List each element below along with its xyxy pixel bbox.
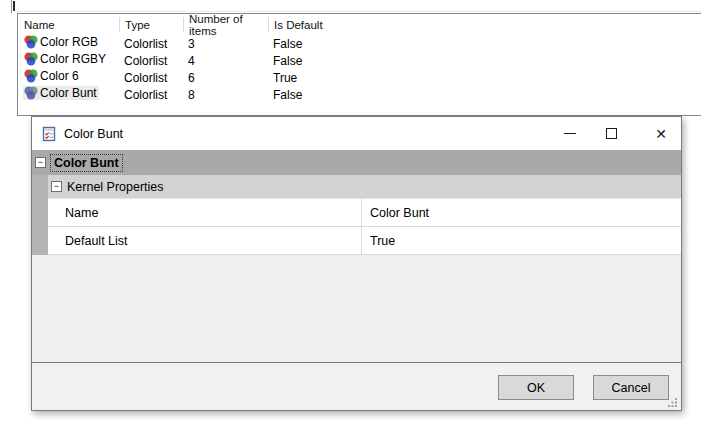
property-label: Name (48, 199, 361, 226)
properties-dialog: Color Bunt ✕ − Color Bunt − Kernel Prope… (31, 116, 682, 411)
row-items: 8 (183, 88, 268, 102)
table-header: Name Type Number of items Is Default (18, 14, 701, 35)
column-header-type[interactable]: Type (119, 14, 183, 35)
row-items: 3 (183, 37, 268, 51)
property-row-default-list[interactable]: Default List True (48, 227, 681, 255)
table-row[interactable]: Color RGBY Colorlist 4 False (18, 52, 701, 69)
property-label: Default List (48, 227, 361, 254)
panel-edge-line (11, 0, 12, 13)
selected-item-highlight: Color Bunt (23, 86, 99, 100)
cancel-button[interactable]: Cancel (593, 375, 669, 400)
minimize-icon (564, 133, 576, 134)
column-header-name[interactable]: Name (18, 14, 119, 35)
property-grid: − Color Bunt − Kernel Properties Name Co… (32, 150, 681, 362)
colorlist-icon (24, 52, 38, 66)
row-name: Color Bunt (40, 86, 97, 100)
ok-button[interactable]: OK (498, 375, 574, 400)
colorlist-icon (24, 35, 38, 49)
close-button[interactable]: ✕ (646, 122, 676, 145)
row-items: 6 (183, 71, 268, 85)
resize-grip[interactable] (668, 397, 678, 407)
grid-root-header[interactable]: − Color Bunt (32, 150, 681, 175)
collapse-icon[interactable]: − (35, 157, 46, 168)
maximize-icon (606, 128, 617, 139)
table-row[interactable]: Color 6 Colorlist 6 True (18, 69, 701, 86)
property-row-name[interactable]: Name Color Bunt (48, 199, 681, 227)
grid-group-label: Kernel Properties (67, 180, 164, 194)
row-default: False (268, 37, 701, 51)
colorlist-icon-muted (24, 86, 38, 100)
row-type: Colorlist (119, 88, 183, 102)
minimize-button[interactable] (555, 122, 585, 145)
row-name: Color RGBY (40, 52, 106, 66)
colorlist-icon (24, 69, 38, 83)
row-default: True (268, 71, 701, 85)
row-type: Colorlist (119, 71, 183, 85)
maximize-button[interactable] (596, 122, 626, 145)
dialog-button-bar: OK Cancel (32, 362, 681, 410)
dialog-titlebar[interactable]: Color Bunt ✕ (32, 117, 681, 150)
row-type: Colorlist (119, 37, 183, 51)
row-items: 4 (183, 54, 268, 68)
row-name: Color RGB (40, 35, 98, 49)
table-row[interactable]: Color RGB Colorlist 3 False (18, 35, 701, 52)
properties-dialog-icon (41, 126, 57, 142)
property-value[interactable]: Color Bunt (361, 199, 681, 226)
property-value[interactable]: True (361, 227, 681, 254)
row-type: Colorlist (119, 54, 183, 68)
column-header-default[interactable]: Is Default (268, 14, 701, 35)
row-default: False (268, 54, 701, 68)
divider-line (17, 11, 701, 12)
row-name: Color 6 (40, 69, 79, 83)
close-icon: ✕ (655, 127, 667, 141)
colorlist-table: Name Type Number of items Is Default Col… (17, 13, 701, 116)
collapse-icon[interactable]: − (51, 181, 62, 192)
grid-left-strip (32, 175, 48, 255)
column-header-items[interactable]: Number of items (183, 14, 268, 35)
text-caret (13, 1, 15, 11)
app-window: { "colors": { "selection_bg": "#ebebeb",… (0, 0, 701, 426)
table-row-selected[interactable]: Color Bunt Colorlist 8 False (18, 86, 701, 103)
grid-group-header[interactable]: − Kernel Properties (48, 175, 681, 199)
dialog-title: Color Bunt (64, 127, 123, 141)
grid-root-label: Color Bunt (50, 154, 123, 172)
row-default: False (268, 88, 701, 102)
